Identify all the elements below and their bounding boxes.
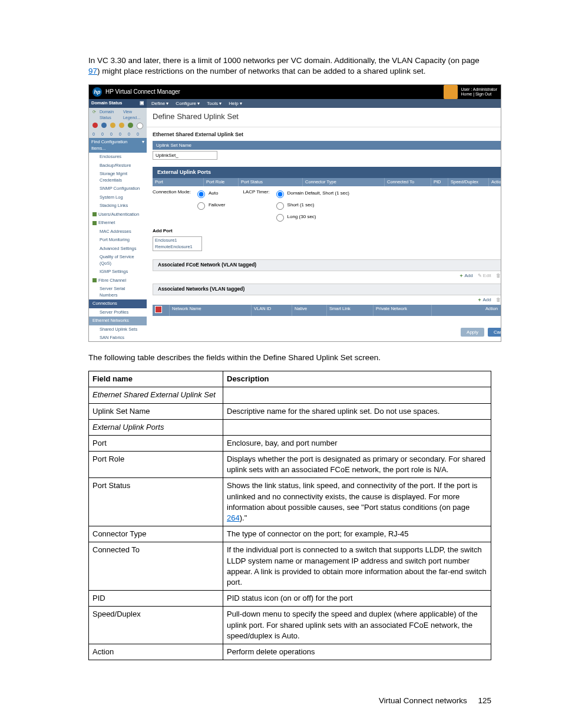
table-row: Connected ToIf the individual port is co… — [89, 542, 491, 591]
uplink-ports-table-header: Port Port Role Port Status Connector Typ… — [153, 178, 501, 187]
description-cell: The type of connector on the port; for e… — [223, 526, 491, 542]
col-native: Native — [292, 305, 327, 317]
list-item[interactable]: RemoteEnclosure1 — [154, 244, 201, 251]
col-connector-type: Connector Type — [303, 178, 385, 187]
radio-cm-failover[interactable] — [197, 202, 205, 210]
sidebar-item-ethernet[interactable]: Ethernet — [89, 219, 147, 228]
sidebar-item[interactable]: Port Monitoring — [89, 236, 147, 245]
table-row: ActionPerform delete operations — [89, 644, 491, 660]
sidebar-item-eth-networks[interactable]: Ethernet Networks — [89, 317, 147, 325]
col-smart-link: Smart Link — [327, 305, 373, 317]
caption-text: The following table describes the fields… — [88, 353, 491, 364]
description-cell: Enclosure, bay, and port number — [223, 435, 491, 451]
page-link[interactable]: 264 — [227, 513, 240, 522]
field-name-cell: Speed/Duplex — [89, 607, 223, 644]
sidebar-item[interactable]: Server Serial Numbers — [89, 285, 147, 299]
fields-table: Field name Description Ethernet Shared E… — [88, 371, 491, 660]
sidebar-item[interactable]: Enclosures — [89, 153, 147, 162]
add-port-list[interactable]: Enclosure1 RemoteEnclosure1 — [153, 236, 202, 251]
table-row: PIDPID status icon (on or off) for the p… — [89, 591, 491, 607]
assoc-fcoe-head: Associated FCoE Network (VLAN tagged) — [158, 262, 256, 269]
sidebar-item[interactable]: Quality of Service (QoS) — [89, 253, 147, 268]
menu-configure[interactable]: Configure ▾ — [176, 100, 200, 107]
table-row: Ethernet Shared External Uplink Set — [89, 387, 491, 403]
intro-link[interactable]: 97 — [88, 67, 97, 75]
description-cell: PID status icon (on or off) for the port — [223, 591, 491, 607]
radio-lacp-default[interactable] — [276, 190, 284, 198]
sidebar-item[interactable]: MAC Addresses — [89, 228, 147, 236]
description-cell: Perform delete operations — [223, 644, 491, 660]
field-name-cell: Port Role — [89, 452, 223, 478]
description-cell: Displays whether the port is designated … — [223, 452, 491, 478]
sidebar-item[interactable]: Backup/Restore — [89, 162, 147, 170]
col-vlan-id: VLAN ID — [252, 305, 292, 317]
intro-text-1: In VC 3.30 and later, there is a limit o… — [88, 56, 480, 65]
sidebar-domain-status-header: Domain Status ▣ — [89, 99, 147, 108]
menu-help[interactable]: Help ▾ — [229, 100, 242, 107]
sidebar-item[interactable]: SNMP Configuration — [89, 185, 147, 193]
sidebar-item[interactable]: System Log — [89, 193, 147, 202]
find-config-input[interactable]: Find Configuration Items... ▾ — [89, 138, 147, 153]
uplink-set-name-input[interactable]: UplinkSet_ — [153, 151, 217, 160]
main-panel: Define ▾ Configure ▾ Tools ▾ Help ▾ Defi… — [147, 99, 501, 341]
sidebar-item[interactable]: IGMP Settings — [89, 268, 147, 276]
sidebar-link-domain-status[interactable]: Domain Status — [100, 109, 120, 121]
description-cell: Descriptive name for the shared uplink s… — [223, 403, 491, 419]
field-name-cell: Connector Type — [89, 526, 223, 542]
radio-cm-auto[interactable] — [197, 190, 205, 198]
edit-button: ✎ Edit — [478, 272, 491, 279]
add-button[interactable]: ＋ Add — [459, 272, 473, 279]
field-name-cell: Ethernet Shared External Uplink Set — [89, 387, 223, 403]
status-green-icon — [128, 123, 133, 128]
col-speed-duplex: Speed/Duplex — [448, 178, 489, 187]
sidebar-link-view-legend[interactable]: View Legend... — [123, 109, 143, 121]
sidebar-item[interactable]: Server Profiles — [89, 308, 147, 317]
delete-button: 🗑 Delete — [496, 297, 501, 303]
status-warn-icon — [119, 123, 124, 128]
lacp-timer-label: LACP Timer: — [243, 189, 269, 195]
home-icon[interactable] — [444, 85, 458, 99]
table-row: Connector TypeThe type of connector on t… — [89, 526, 491, 542]
th-field-name: Field name — [89, 371, 223, 387]
collapse-icon[interactable]: ▣ — [140, 100, 144, 107]
description-cell: Pull-down menu to specify the speed and … — [223, 607, 491, 644]
col-network-name: Network Name — [170, 305, 252, 317]
menu-tools[interactable]: Tools ▾ — [207, 100, 222, 107]
uplink-set-name-label: Uplink Set Name — [153, 141, 501, 150]
footer-section: Virtual Connect networks — [379, 696, 467, 705]
user-links[interactable]: Home | Sign Out — [461, 92, 497, 97]
hp-logo-icon: hp — [92, 87, 102, 97]
status-white-icon — [137, 123, 143, 129]
sidebar-item-usersauth[interactable]: Users/Authentication — [89, 210, 147, 219]
table-row: Port StatusShows the link status, link s… — [89, 478, 491, 526]
refresh-icon[interactable]: ⟳ — [92, 109, 96, 121]
app-title: HP Virtual Connect Manager — [105, 88, 180, 96]
col-connected-to: Connected To — [385, 178, 431, 187]
sidebar-item[interactable]: Storage Mgmt Credentials — [89, 170, 147, 185]
user-line: User : Administrator — [461, 87, 497, 92]
table-row: PortEnclosure, bay, and port number — [89, 435, 491, 451]
apply-button[interactable]: Apply — [461, 328, 484, 337]
sidebar: Domain Status ▣ ⟳ Domain Status View Leg… — [89, 99, 147, 341]
dropdown-icon[interactable]: ▾ — [142, 139, 144, 151]
menu-define[interactable]: Define ▾ — [151, 100, 168, 107]
radio-lacp-short[interactable] — [276, 202, 284, 210]
radio-lacp-long[interactable] — [276, 214, 284, 222]
sidebar-item[interactable]: Stacking Links — [89, 202, 147, 210]
sidebar-item[interactable]: Shared Uplink Sets — [89, 325, 147, 334]
table-row: External Uplink Ports — [89, 419, 491, 435]
external-uplink-ports-head: External Uplink Ports — [157, 169, 211, 176]
sidebar-item[interactable]: Advanced Settings — [89, 245, 147, 253]
col-pid: PID — [431, 178, 448, 187]
field-name-cell: Connected To — [89, 542, 223, 591]
col-action: Action — [489, 178, 501, 187]
sidebar-header-connections: Connections — [89, 299, 147, 308]
cancel-button[interactable]: Cancel — [488, 328, 501, 337]
status-blue-icon — [101, 123, 107, 128]
table-row: Speed/DuplexPull-down menu to specify th… — [89, 607, 491, 644]
sidebar-item-fibre[interactable]: Fibre Channel — [89, 276, 147, 285]
sidebar-item[interactable]: SAN Fabrics — [89, 334, 147, 341]
networks-table-header: Network Name VLAN ID Native Smart Link P… — [153, 305, 501, 317]
add-button[interactable]: ＋ Add — [477, 297, 491, 303]
list-item[interactable]: Enclosure1 — [154, 238, 201, 244]
